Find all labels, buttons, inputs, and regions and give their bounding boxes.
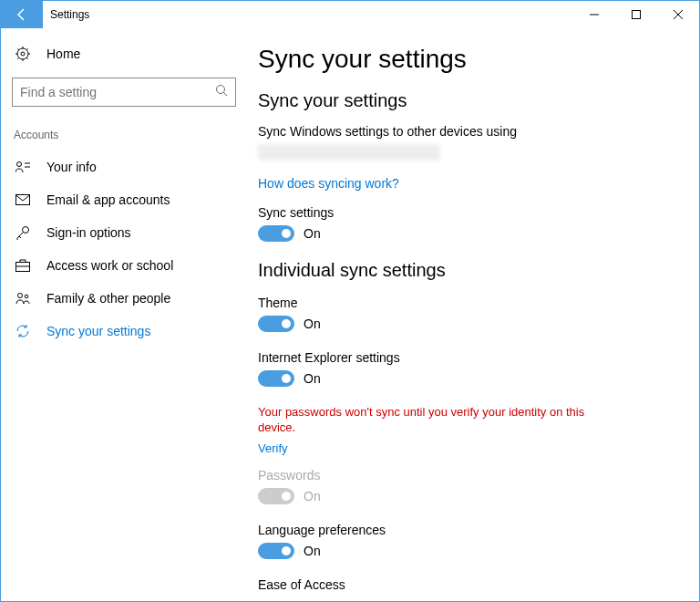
svg-rect-9: [16, 195, 30, 205]
home-label: Home: [46, 47, 80, 61]
key-icon: [14, 225, 32, 240]
theme-label: Theme: [258, 296, 663, 310]
search-input[interactable]: [20, 85, 215, 99]
maximize-button[interactable]: [615, 1, 657, 28]
theme-toggle[interactable]: [258, 316, 294, 332]
main-panel: Sync your settings Sync your settings Sy…: [247, 28, 699, 601]
sidebar-item-your-info[interactable]: Your info: [8, 150, 240, 183]
page-title: Sync your settings: [258, 45, 663, 74]
svg-line-5: [224, 93, 228, 97]
toggle-state: On: [304, 489, 321, 503]
search-icon: [215, 84, 228, 100]
svg-point-3: [21, 52, 25, 56]
svg-point-2: [17, 48, 28, 59]
sync-settings-toggle[interactable]: [258, 225, 294, 242]
arrow-left-icon: [15, 7, 29, 22]
ease-label: Ease of Access: [258, 577, 663, 592]
description: Sync Windows settings to other devices u…: [258, 124, 663, 139]
close-button[interactable]: [657, 1, 699, 28]
person-card-icon: [14, 161, 32, 173]
sidebar-item-label: Sign-in options: [46, 225, 131, 240]
section-label: Accounts: [8, 125, 240, 150]
passwords-label: Passwords: [258, 468, 663, 483]
briefcase-icon: [14, 259, 32, 272]
sync-icon: [14, 324, 32, 338]
svg-point-10: [23, 227, 29, 234]
sidebar-item-label: Email & app accounts: [46, 192, 170, 207]
toggle-state: On: [304, 544, 321, 558]
sidebar-item-work[interactable]: Access work or school: [8, 249, 240, 282]
close-icon: [674, 10, 683, 19]
sidebar-item-signin[interactable]: Sign-in options: [8, 216, 240, 249]
svg-point-13: [18, 294, 23, 298]
gear-icon: [14, 47, 32, 61]
sidebar-item-label: Access work or school: [46, 258, 173, 273]
sidebar: Home Accounts Your info Email & app acco…: [1, 28, 247, 601]
svg-rect-1: [633, 11, 641, 19]
lang-toggle[interactable]: [258, 543, 294, 559]
sidebar-item-sync[interactable]: Sync your settings: [8, 315, 240, 348]
section-subtitle: Sync your settings: [258, 90, 663, 111]
verify-link[interactable]: Verify: [258, 441, 288, 455]
password-warning: Your passwords won't sync until you veri…: [258, 405, 586, 436]
minimize-icon: [590, 10, 599, 19]
svg-point-14: [25, 295, 28, 298]
toggle-state: On: [304, 226, 321, 241]
ie-label: Internet Explorer settings: [258, 350, 663, 365]
toggle-state: On: [304, 371, 321, 386]
home-nav[interactable]: Home: [8, 39, 240, 68]
window-title: Settings: [50, 8, 89, 21]
back-button[interactable]: [1, 1, 43, 28]
sidebar-item-label: Your info: [46, 160, 97, 174]
account-name-redacted: [258, 144, 440, 161]
ie-toggle[interactable]: [258, 370, 294, 387]
minimize-button[interactable]: [573, 1, 615, 28]
sidebar-item-label: Sync your settings: [46, 324, 150, 338]
toggle-state: On: [304, 317, 321, 331]
sidebar-item-family[interactable]: Family & other people: [8, 282, 240, 315]
maximize-icon: [632, 10, 641, 19]
svg-point-4: [217, 86, 225, 94]
sidebar-item-label: Family & other people: [46, 291, 170, 306]
passwords-toggle: [258, 488, 294, 504]
svg-point-6: [17, 162, 22, 167]
search-box[interactable]: [12, 78, 236, 107]
mail-icon: [14, 194, 32, 205]
sidebar-item-email[interactable]: Email & app accounts: [8, 183, 240, 216]
help-link[interactable]: How does syncing work?: [258, 176, 399, 191]
people-icon: [14, 292, 32, 305]
sync-settings-label: Sync settings: [258, 205, 663, 220]
lang-label: Language preferences: [258, 523, 663, 537]
individual-title: Individual sync settings: [258, 260, 663, 281]
